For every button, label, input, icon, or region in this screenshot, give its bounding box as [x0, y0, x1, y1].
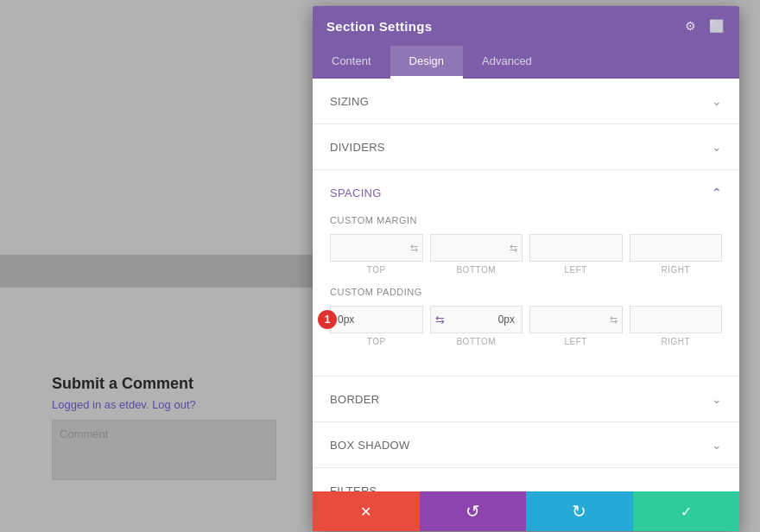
modal-header: Section Settings ⚙ ⬜ [313, 6, 739, 46]
margin-inputs: ⇆ ⇆ [330, 234, 722, 262]
dividers-label: Dividers [330, 141, 385, 154]
padding-top-input[interactable] [330, 306, 423, 333]
margin-left-label: Left [529, 265, 623, 275]
margin-labels: Top Bottom Left Right [330, 265, 722, 275]
box-shadow-section: Box Shadow ⌄ [313, 422, 739, 468]
margin-bottom-label: Bottom [430, 265, 523, 275]
spacing-chevron: ⌃ [712, 186, 722, 200]
modal-title: Section Settings [326, 19, 432, 34]
spacing-header[interactable]: Spacing ⌃ [313, 170, 739, 215]
padding-bottom-group: ⇆ [430, 306, 523, 333]
padding-right-label: Right [630, 337, 723, 346]
modal-body: Sizing ⌄ Dividers ⌄ Spacing ⌃ Custom Mar… [313, 79, 739, 491]
padding-top-group [330, 306, 423, 333]
margin-right-label: Right [630, 265, 723, 275]
filters-section: Filters ⌄ [313, 468, 739, 491]
border-header[interactable]: Border ⌄ [313, 377, 739, 421]
filters-chevron: ⌄ [712, 484, 722, 491]
padding-left-link-icon: ⇆ [610, 314, 618, 326]
margin-link-icon: ⇆ [410, 243, 418, 254]
padding-left-label: Left [529, 337, 623, 346]
margin-left-group [529, 234, 623, 262]
margin-bottom-link-icon: ⇆ [510, 243, 517, 254]
margin-top-input[interactable] [330, 234, 423, 262]
filters-header[interactable]: Filters ⌄ [313, 468, 739, 491]
margin-bottom-group: ⇆ [430, 234, 523, 262]
margin-top-group: ⇆ [330, 234, 423, 262]
margin-bottom-input[interactable] [430, 234, 523, 262]
spacing-section: Spacing ⌃ Custom Margin ⇆ ⇆ [313, 170, 739, 377]
box-shadow-label: Box Shadow [330, 439, 410, 452]
box-shadow-chevron: ⌄ [712, 438, 722, 452]
section-settings-modal: Section Settings ⚙ ⬜ Content Design Adva… [313, 6, 739, 531]
filters-label: Filters [330, 484, 377, 492]
border-chevron: ⌄ [712, 392, 722, 406]
border-label: Border [330, 393, 379, 406]
custom-margin-label: Custom Margin [330, 215, 722, 225]
tab-content[interactable]: Content [313, 46, 390, 79]
margin-right-group [630, 234, 723, 262]
margin-top-label: Top [330, 265, 423, 275]
sizing-label: Sizing [330, 95, 369, 108]
margin-left-input[interactable] [529, 234, 623, 262]
padding-inputs: 1 ⇆ ⇆ [330, 306, 722, 333]
padding-right-input[interactable] [630, 306, 723, 333]
margin-right-input[interactable] [630, 234, 723, 262]
sizing-chevron: ⌄ [712, 94, 722, 108]
padding-bottom-label: Bottom [430, 337, 523, 346]
dividers-chevron: ⌄ [712, 140, 722, 154]
redo-button[interactable]: ↻ [526, 491, 633, 531]
expand-icon[interactable]: ⬜ [706, 16, 725, 35]
modal-footer: ✕ ↺ ↻ ✓ [313, 491, 739, 531]
box-shadow-header[interactable]: Box Shadow ⌄ [313, 422, 739, 467]
sizing-section: Sizing ⌄ [313, 79, 739, 124]
modal-header-icons: ⚙ ⬜ [681, 16, 725, 35]
dividers-header[interactable]: Dividers ⌄ [313, 124, 739, 169]
padding-link-icon: ⇆ [435, 314, 445, 326]
padding-top-label: Top [330, 337, 423, 346]
spacing-content: Custom Margin ⇆ ⇆ [313, 215, 739, 376]
border-section: Border ⌄ [313, 377, 739, 422]
sizing-header[interactable]: Sizing ⌄ [313, 79, 739, 124]
padding-right-group [630, 306, 723, 333]
tab-design[interactable]: Design [390, 46, 463, 79]
modal-tabs: Content Design Advanced [313, 46, 739, 79]
save-button[interactable]: ✓ [633, 491, 740, 531]
reset-button[interactable]: ↺ [420, 491, 527, 531]
spacing-label: Spacing [330, 187, 382, 200]
cancel-button[interactable]: ✕ [313, 491, 420, 531]
tab-advanced[interactable]: Advanced [463, 46, 551, 79]
settings-icon[interactable]: ⚙ [681, 16, 700, 35]
padding-left-group: ⇆ [529, 306, 623, 333]
padding-left-input[interactable] [529, 306, 623, 333]
padding-labels: Top Bottom Left Right [330, 337, 722, 346]
badge-number: 1 [318, 310, 337, 329]
dividers-section: Dividers ⌄ [313, 124, 739, 170]
custom-padding-label: Custom Padding [330, 287, 722, 297]
